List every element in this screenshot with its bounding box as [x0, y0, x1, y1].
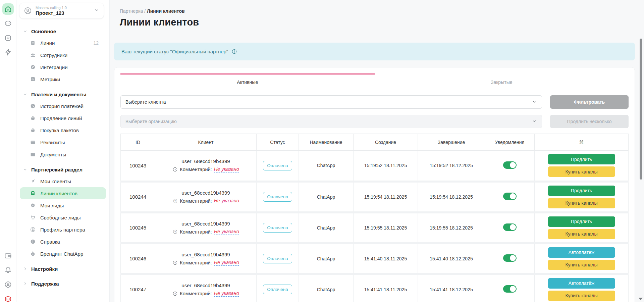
- sidebar-item[interactable]: Реквизиты: [20, 136, 106, 148]
- extend-button[interactable]: Продлить: [548, 186, 615, 196]
- section-label: Платежи и документы: [31, 92, 87, 97]
- nav-section: Платежи и документыИстория платежейПродл…: [20, 89, 106, 160]
- question-icon[interactable]: ?: [172, 291, 178, 296]
- table-row: 100243user_68eccd19b4399?Комментарий:Не …: [121, 151, 629, 182]
- svg-text:?: ?: [174, 231, 176, 233]
- status-badge: Оплачена: [263, 192, 292, 202]
- sidebar-item[interactable]: Интеграции: [20, 61, 106, 73]
- sidebar-item[interactable]: Документы: [20, 148, 106, 160]
- question-icon[interactable]: ?: [172, 198, 178, 204]
- breadcrumb: Партнерка / Линии клиентов: [120, 8, 185, 14]
- client-cell: user_68eccd19b4399?Комментарий:Не указан…: [155, 151, 257, 182]
- buy-channels-button[interactable]: Купить каналы: [548, 198, 615, 208]
- scroll-down-arrow[interactable]: [639, 298, 643, 300]
- home-icon[interactable]: [2, 3, 14, 15]
- extend-button[interactable]: Продлить: [548, 154, 615, 164]
- buy-channels-button[interactable]: Купить каналы: [548, 229, 615, 239]
- comment-value[interactable]: Не указано: [214, 166, 239, 172]
- comment-label: Комментарий:: [180, 229, 212, 235]
- sidebar-item[interactable]: Свободные лиды: [20, 211, 106, 223]
- sidebar-item[interactable]: Справка: [20, 236, 106, 248]
- bolt-icon[interactable]: [2, 47, 14, 58]
- notifications-toggle[interactable]: [503, 254, 517, 262]
- organization-select-placeholder: Выберите организацию: [125, 119, 177, 124]
- status-badge: Оплачена: [263, 254, 292, 263]
- product-name: ChatApp: [299, 243, 354, 274]
- notifications-toggle[interactable]: [503, 285, 517, 293]
- breadcrumb-parent[interactable]: Партнерка: [120, 8, 143, 14]
- rail-bottom-icons: [2, 250, 14, 302]
- sidebar-item[interactable]: Метрики: [20, 73, 106, 85]
- sidebar-item[interactable]: Брендинг ChatApp: [20, 248, 106, 260]
- notifications-toggle[interactable]: [503, 223, 517, 231]
- basket-icon: [30, 115, 36, 121]
- sidebar-item[interactable]: Линии клиентов: [20, 187, 106, 199]
- chevron-down-icon: [22, 167, 28, 172]
- sidebar-item[interactable]: Продление линий: [20, 112, 106, 124]
- section-header-3[interactable]: Настройки: [20, 263, 106, 274]
- tab-closed-lines[interactable]: Закрытые: [375, 73, 629, 90]
- basket-icon: [30, 127, 36, 133]
- sidebar-item-label: Сотрудники: [40, 52, 67, 58]
- filter-button[interactable]: Фильтровать: [550, 95, 629, 109]
- sidebar-item[interactable]: История платежей: [20, 100, 106, 112]
- comment-value[interactable]: Не указано: [214, 198, 239, 204]
- client-select[interactable]: Выберите клиента: [120, 95, 542, 109]
- comment-value[interactable]: Не указано: [214, 260, 239, 266]
- section-header-4[interactable]: Поддержка: [20, 278, 106, 289]
- sidebar-item[interactable]: Профиль партнера: [20, 223, 106, 236]
- sidebar-item[interactable]: Линии12: [20, 37, 106, 49]
- comment-value[interactable]: Не указано: [214, 229, 239, 235]
- tab-active-lines[interactable]: Активные: [120, 73, 375, 90]
- info-icon[interactable]: [231, 49, 237, 54]
- line-id: 100243: [121, 151, 155, 182]
- section-header-0[interactable]: Основное: [20, 26, 106, 37]
- sidebar-item-label: Документы: [40, 152, 66, 157]
- buy-channels-button[interactable]: Купить каналы: [548, 260, 615, 270]
- bot-icon[interactable]: [2, 32, 14, 44]
- column-header: ⌘: [535, 134, 629, 151]
- account-icon[interactable]: [2, 279, 14, 290]
- client-cell: user_68eccd19b4399?Комментарий:Не указан…: [155, 274, 257, 302]
- buy-channels-button[interactable]: Купить каналы: [548, 291, 615, 301]
- integration-icon: [30, 64, 36, 70]
- client-name: user_68eccd19b4399: [155, 252, 256, 257]
- client-cell: user_68eccd19b4399?Комментарий:Не указан…: [155, 182, 257, 212]
- comment-label: Комментарий:: [180, 291, 212, 296]
- extend-button[interactable]: Продлить: [548, 216, 615, 227]
- question-icon[interactable]: ?: [172, 260, 178, 265]
- autopay-button[interactable]: Автоплатёж: [548, 278, 615, 289]
- comment-value[interactable]: Не указано: [214, 291, 239, 297]
- client-cell: user_68eccd19b4399?Комментарий:Не указан…: [155, 243, 257, 274]
- wallet-icon[interactable]: [2, 250, 14, 261]
- created-datetime: 15:19:55 18.11.2025: [354, 212, 418, 243]
- question-icon[interactable]: ?: [172, 167, 178, 172]
- bell-icon[interactable]: [2, 264, 14, 276]
- project-selector[interactable]: Moscow calling 1.0 Проект_123: [19, 3, 104, 19]
- rail-top-icons: [2, 3, 14, 61]
- section-header-2[interactable]: Партнерский раздел: [20, 164, 106, 175]
- comment-label: Комментарий:: [180, 260, 212, 265]
- line-id: 100244: [121, 182, 155, 212]
- notifications-toggle[interactable]: [503, 161, 517, 169]
- filter-row-org: Выберите организацию Продлить несколько: [120, 115, 629, 128]
- sidebar-item[interactable]: Покупка пакетов: [20, 124, 106, 136]
- autopay-button[interactable]: Автоплатёж: [548, 247, 615, 258]
- organization-select[interactable]: Выберите организацию: [120, 115, 542, 128]
- list-icon: [30, 190, 36, 196]
- sidebar-item[interactable]: Сотрудники: [20, 49, 106, 61]
- sidebar-item[interactable]: Мои лиды: [20, 199, 106, 211]
- table-row: 100247user_68eccd19b4399?Комментарий:Не …: [121, 274, 629, 302]
- status-cell: Оплачена: [257, 274, 299, 302]
- sidebar-item[interactable]: Мои клиенты: [20, 175, 106, 187]
- question-icon[interactable]: ?: [172, 229, 178, 235]
- vertical-scrollbar-thumb[interactable]: [640, 39, 642, 180]
- extend-multiple-button[interactable]: Продлить несколько: [550, 115, 629, 128]
- comment-label: Комментарий:: [180, 167, 212, 172]
- buy-channels-button[interactable]: Купить каналы: [548, 166, 615, 177]
- brand-icon: [30, 251, 36, 257]
- section-header-1[interactable]: Платежи и документы: [20, 89, 106, 100]
- notifications-toggle[interactable]: [503, 193, 517, 200]
- sidebar-item-label: Профиль партнера: [40, 227, 85, 233]
- chats-icon[interactable]: [2, 18, 14, 29]
